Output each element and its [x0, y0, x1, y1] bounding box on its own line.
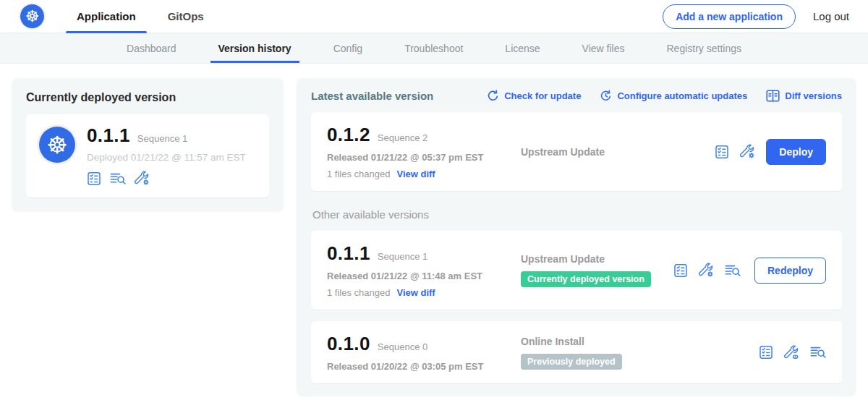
version-actions [759, 345, 826, 360]
version-info: 0.1.1 Sequence 1 Released 01/21/22 @ 11:… [327, 242, 521, 298]
tab-application-label: Application [77, 10, 136, 22]
released-timestamp: Released 01/21/22 @ 05:37 pm EST [327, 152, 521, 163]
deploy-logs-icon[interactable] [725, 263, 741, 278]
current-version-card: ☸ 0.1.1 Sequence 1 Deployed 01/21/22 @ 1… [26, 114, 269, 197]
tab-gitops[interactable]: GitOps [157, 0, 215, 33]
subnav-tab-license[interactable]: License [484, 33, 561, 63]
logout-link[interactable]: Log out [813, 10, 849, 22]
current-version-number: 0.1.1 [87, 124, 130, 147]
files-changed-label: 1 files changed [327, 287, 390, 298]
sequence-label: Sequence 2 [378, 132, 427, 143]
version-row-0-1-1: 0.1.1 Sequence 1 Released 01/21/22 @ 11:… [311, 231, 842, 310]
app-tabs: Application GitOps [66, 0, 225, 33]
version-source: Upstream Update Currently deployed versi… [521, 253, 673, 287]
version-actions: Redeploy [673, 258, 826, 284]
app-subnav: Dashboard Version history Config Trouble… [0, 33, 868, 64]
subnav-tab-troubleshoot[interactable]: Troubleshoot [383, 33, 484, 63]
deploy-logs-icon[interactable] [810, 345, 826, 360]
subnav-tab-dashboard[interactable]: Dashboard [106, 33, 197, 63]
view-diff-link[interactable]: View diff [396, 287, 435, 298]
subnav-tab-config[interactable]: Config [312, 33, 383, 63]
current-sequence-label: Sequence 1 [137, 133, 187, 144]
source-label: Upstream Update [521, 253, 673, 265]
currently-deployed-badge: Currently deployed version [521, 271, 651, 287]
other-available-versions-title: Other available versions [312, 208, 841, 221]
source-label: Online Install [521, 336, 759, 347]
app-kubernetes-icon: ☸ [39, 127, 75, 163]
release-notes-icon[interactable] [673, 263, 688, 278]
subnav-tab-version-history[interactable]: Version history [197, 33, 312, 63]
version-history-panel: Latest available version Check for updat… [297, 78, 856, 396]
helm-wheel-glyph: ☸ [25, 9, 40, 25]
latest-available-title: Latest available version [311, 90, 433, 102]
diff-icon [766, 90, 780, 102]
add-application-button[interactable]: Add a new application [663, 4, 796, 29]
edit-config-icon[interactable] [135, 171, 150, 186]
auto-update-icon [600, 90, 612, 102]
version-row-0-1-2: 0.1.2 Sequence 2 Released 01/21/22 @ 05:… [311, 112, 842, 191]
tab-gitops-label: GitOps [168, 10, 204, 22]
version-number: 0.1.1 [327, 242, 370, 265]
version-row-0-1-0: 0.1.0 Sequence 0 Released 01/20/22 @ 03:… [311, 321, 842, 383]
diff-versions-link[interactable]: Diff versions [766, 90, 842, 102]
version-info: 0.1.2 Sequence 2 Released 01/21/22 @ 05:… [327, 124, 521, 179]
subnav-tab-view-files[interactable]: View files [561, 33, 646, 63]
redeploy-button[interactable]: Redeploy [754, 258, 826, 284]
version-source: Upstream Update [521, 146, 715, 158]
main-content: Currently deployed version ☸ 0.1.1 Seque… [0, 64, 868, 396]
configure-automatic-updates-label: Configure automatic updates [617, 90, 747, 101]
check-for-update-label: Check for update [504, 90, 581, 101]
panel-header: Latest available version Check for updat… [311, 90, 842, 102]
current-version-actions [87, 171, 246, 186]
version-info: 0.1.0 Sequence 0 Released 01/20/22 @ 03:… [327, 333, 521, 372]
diff-versions-label: Diff versions [785, 90, 842, 101]
tab-application[interactable]: Application [66, 0, 147, 33]
version-source: Online Install Previously deployed [521, 336, 759, 370]
check-for-update-link[interactable]: Check for update [487, 90, 581, 102]
version-number: 0.1.0 [327, 333, 370, 355]
currently-deployed-panel: Currently deployed version ☸ 0.1.1 Seque… [12, 78, 284, 212]
current-deployed-timestamp: Deployed 01/21/22 @ 11:57 am EST [87, 152, 246, 163]
files-changed-label: 1 files changed [327, 169, 390, 179]
release-notes-icon[interactable] [759, 345, 773, 360]
release-notes-icon[interactable] [715, 145, 729, 159]
configure-automatic-updates-link[interactable]: Configure automatic updates [600, 90, 747, 102]
kubernetes-logo-icon: ☸ [20, 4, 44, 28]
sequence-label: Sequence 1 [378, 251, 427, 262]
view-config-icon[interactable] [784, 345, 799, 360]
currently-deployed-title: Currently deployed version [26, 91, 269, 104]
refresh-icon [487, 90, 499, 102]
helm-wheel-glyph: ☸ [46, 133, 68, 157]
released-timestamp: Released 01/21/22 @ 11:48 am EST [327, 271, 521, 281]
release-notes-icon[interactable] [87, 171, 101, 186]
released-timestamp: Released 01/20/22 @ 03:05 pm EST [327, 361, 521, 372]
subnav-tab-registry-settings[interactable]: Registry settings [646, 33, 762, 63]
previously-deployed-badge: Previously deployed [521, 354, 622, 370]
version-number: 0.1.2 [327, 124, 370, 146]
edit-config-icon[interactable] [699, 263, 714, 278]
header-right: Add a new application Log out [663, 4, 849, 29]
edit-config-icon[interactable] [740, 144, 755, 159]
deploy-logs-icon[interactable] [110, 171, 126, 186]
current-version-info: 0.1.1 Sequence 1 Deployed 01/21/22 @ 11:… [87, 124, 246, 186]
sequence-label: Sequence 0 [378, 341, 427, 352]
version-actions: Deploy [715, 139, 826, 165]
source-label: Upstream Update [521, 146, 715, 158]
panel-actions: Check for update Configure automatic upd… [487, 90, 842, 102]
view-diff-link[interactable]: View diff [396, 169, 435, 179]
app-header: ☸ Application GitOps Add a new applicati… [0, 0, 868, 33]
deploy-button[interactable]: Deploy [766, 139, 826, 165]
